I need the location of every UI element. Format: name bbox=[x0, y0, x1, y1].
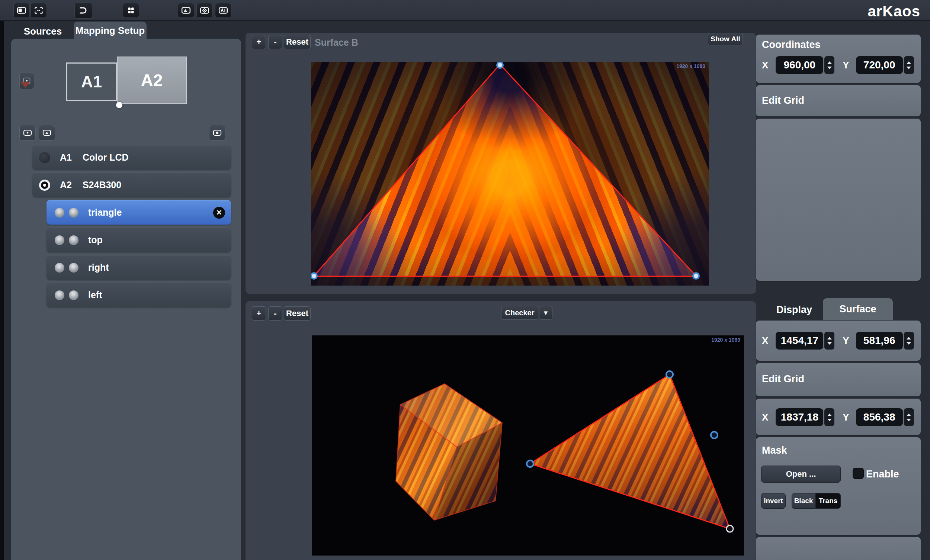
mask-group: Mask Open ... Enable Invert Black Trans bbox=[756, 437, 921, 535]
surface-knob-1[interactable] bbox=[55, 235, 65, 245]
tree-row-surface-triangle[interactable]: triangle ✕ bbox=[46, 200, 231, 225]
layout-display-button[interactable] bbox=[13, 3, 30, 18]
surface-editor-canvas[interactable]: 1920 x 1080 bbox=[311, 62, 709, 286]
mapping-setup-panel: A1 A2 A1 Color LCD A2 S24B300 bbox=[11, 38, 241, 560]
monitor-dot-icon bbox=[213, 129, 222, 137]
layout-display-icon bbox=[17, 6, 26, 14]
mapped-triangle[interactable] bbox=[527, 371, 733, 532]
expand-caret-a2[interactable] bbox=[20, 82, 30, 88]
triangle-handle-top[interactable] bbox=[666, 371, 673, 378]
row-label: A2 S24B300 bbox=[60, 180, 121, 191]
texture-dropdown-arrow[interactable]: ▾ bbox=[539, 306, 553, 320]
surface-name: right bbox=[88, 262, 109, 273]
edit-grid-button-top[interactable]: Edit Grid bbox=[756, 85, 921, 116]
tab-sources[interactable]: Sources bbox=[15, 23, 71, 39]
edit-grid-label: Edit Grid bbox=[762, 373, 804, 385]
tree-row-surface-top[interactable]: top bbox=[46, 228, 231, 252]
grid-dots-icon bbox=[126, 6, 135, 14]
surface-knob-2[interactable] bbox=[69, 291, 79, 300]
surface-knob-2[interactable] bbox=[69, 208, 79, 217]
triangle-handle-left[interactable] bbox=[527, 460, 533, 467]
tree-row-display-a1[interactable]: A1 Color LCD bbox=[32, 145, 231, 169]
delete-surface-button[interactable]: ✕ bbox=[213, 207, 225, 218]
mask-enable-checkbox[interactable] bbox=[853, 468, 864, 479]
surface-point1-group: X 1454,17 Y 581,96 bbox=[756, 320, 921, 361]
reset-button[interactable]: Reset bbox=[284, 35, 311, 49]
test-pattern-button[interactable] bbox=[215, 3, 231, 18]
point1-y-input[interactable]: 581,96 bbox=[856, 332, 903, 349]
triangle-handle-bottom-right[interactable] bbox=[727, 525, 733, 532]
snap-button[interactable] bbox=[74, 2, 92, 18]
mask-trans-button[interactable]: Trans bbox=[815, 493, 841, 509]
y-label: Y bbox=[842, 60, 849, 71]
surface-preview-button[interactable] bbox=[178, 3, 194, 18]
tree-row-display-a2[interactable]: A2 S24B300 bbox=[32, 172, 231, 197]
display-selected-icon bbox=[39, 180, 50, 191]
point2-y-stepper[interactable] bbox=[904, 408, 914, 426]
zoom-in-button[interactable]: + bbox=[252, 35, 266, 49]
reset-button[interactable]: Reset bbox=[284, 306, 311, 320]
grid-dots-button[interactable] bbox=[123, 3, 139, 18]
x-label: X bbox=[762, 335, 768, 346]
tree-row-surface-right[interactable]: right bbox=[46, 255, 231, 280]
fullscreen-icon bbox=[34, 6, 43, 14]
edit-grid-button-surface[interactable]: Edit Grid bbox=[756, 363, 921, 396]
y-label: Y bbox=[842, 335, 849, 346]
zoom-in-button[interactable]: + bbox=[252, 306, 266, 320]
mapped-cube[interactable] bbox=[396, 384, 502, 520]
vertex-handle-left[interactable] bbox=[311, 273, 317, 279]
display-box-a2[interactable]: A2 bbox=[117, 57, 187, 104]
zoom-out-button[interactable]: - bbox=[268, 306, 282, 320]
surface-panel-footer bbox=[756, 537, 921, 560]
show-all-button[interactable]: Show All bbox=[708, 33, 743, 45]
add-surface-button[interactable] bbox=[19, 125, 36, 140]
surface-knob-2[interactable] bbox=[69, 235, 79, 245]
display-join-dot[interactable] bbox=[116, 102, 122, 108]
point2-x-input[interactable]: 1837,18 bbox=[776, 408, 823, 426]
surface-knob-1[interactable] bbox=[55, 208, 65, 217]
tab-surface[interactable]: Surface bbox=[823, 298, 893, 320]
y-input[interactable]: 720,00 bbox=[856, 56, 903, 74]
texture-dropdown[interactable]: Checker bbox=[501, 306, 538, 320]
surface-outline-overlay bbox=[311, 62, 709, 286]
point1-x-input[interactable]: 1454,17 bbox=[776, 332, 823, 349]
x-stepper[interactable] bbox=[824, 56, 835, 74]
surface-knob-1[interactable] bbox=[55, 263, 65, 272]
display-status-icon bbox=[39, 152, 50, 163]
mask-open-button[interactable]: Open ... bbox=[761, 466, 841, 483]
x-input[interactable]: 960,00 bbox=[776, 56, 823, 74]
zoom-out-button[interactable]: - bbox=[268, 35, 282, 49]
keystone-button[interactable] bbox=[196, 3, 213, 18]
point1-y-stepper[interactable] bbox=[904, 332, 914, 349]
surface-knob-2[interactable] bbox=[69, 263, 79, 272]
output-preview-canvas[interactable]: 1920 x 1080 bbox=[312, 335, 744, 555]
mask-black-button[interactable]: Black bbox=[791, 493, 815, 509]
point1-x-stepper[interactable] bbox=[824, 332, 835, 349]
y-stepper[interactable] bbox=[904, 56, 914, 74]
point2-x-stepper[interactable] bbox=[824, 408, 835, 426]
coordinates-group: Coordinates X 960,00 Y 720,00 bbox=[756, 35, 921, 83]
surface-point2-group: X 1837,18 Y 856,38 bbox=[756, 398, 921, 435]
display-box-a1[interactable]: A1 bbox=[66, 63, 117, 101]
monitor-shape-icon bbox=[42, 129, 51, 137]
tab-mapping-setup[interactable]: Mapping Setup bbox=[74, 22, 146, 39]
output-options-button[interactable] bbox=[209, 125, 225, 140]
tree-row-surface-left[interactable]: left bbox=[46, 283, 231, 307]
vertex-handle-top[interactable] bbox=[497, 62, 503, 68]
point2-y-input[interactable]: 856,38 bbox=[856, 408, 903, 426]
tab-display[interactable]: Display bbox=[766, 300, 822, 320]
add-mapped-surface-button[interactable] bbox=[39, 125, 55, 140]
mask-invert-button[interactable]: Invert bbox=[761, 493, 786, 509]
surface-editor-viewport: + - Reset Surface B Show All 1920 x 1080 bbox=[245, 33, 756, 294]
fullscreen-button[interactable] bbox=[31, 3, 47, 18]
vertex-handle-right[interactable] bbox=[693, 273, 699, 279]
point2-xy-row: X 1837,18 Y 856,38 bbox=[762, 408, 914, 426]
edit-grid-label: Edit Grid bbox=[762, 95, 804, 106]
output-preview-viewport: + - Reset Checker ▾ bbox=[245, 301, 756, 560]
surface-knob-1[interactable] bbox=[55, 291, 65, 300]
surface-title: Surface B bbox=[315, 37, 358, 48]
triangle-handle-detached[interactable] bbox=[711, 432, 718, 438]
monitor-plus-icon bbox=[23, 129, 32, 137]
mapped-shapes bbox=[312, 335, 744, 555]
coordinates-panel-body bbox=[756, 118, 921, 281]
